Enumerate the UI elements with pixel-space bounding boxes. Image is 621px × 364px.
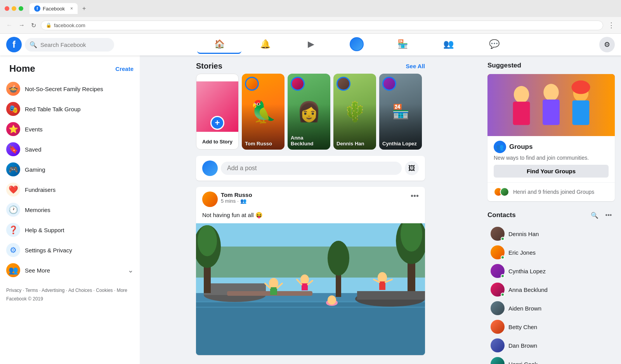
sidebar-item-redtable[interactable]: 🎭 Red Table Talk Group [3,99,137,119]
new-tab-button[interactable]: + [82,5,86,12]
online-indicator-anna [501,293,505,297]
post-dot: · [237,198,239,204]
contact-eric-jones[interactable]: Eric Jones [487,243,615,262]
post-author-name[interactable]: Tom Russo [221,191,408,198]
sidebar-item-recipes[interactable]: 🍲 Not-So-Secret Family Recipes [3,79,137,99]
story-card-tom[interactable]: 🦜 Tom Russo [242,74,284,150]
footer-link-cookies[interactable]: Cookies [96,288,113,293]
footer-link-advertising[interactable]: Advertising [42,288,64,293]
contact-avatar-eric [491,245,505,259]
add-photo-button[interactable]: 🖼 [405,161,419,175]
post-creation-box: 🖼 [196,156,425,181]
svg-point-41 [571,81,590,94]
sidebar-item-memories[interactable]: 🕐 Memories [3,200,137,220]
contacts-section: Contacts 🔍 ••• Dennis Han [487,209,615,364]
contact-cynthia-lopez[interactable]: Cynthia Lopez [487,262,615,280]
browser-chrome: f Facebook × + ← → ↻ 🔒 facebook.com ⋮ [0,0,621,34]
svg-point-37 [543,84,559,101]
sidebar-item-seemore[interactable]: 👥 See More ⌄ [3,260,137,280]
maximize-button[interactable] [19,6,23,11]
contact-name-dennis: Dennis Han [508,231,539,237]
nav-item-messenger[interactable]: 💬 [472,35,516,54]
settings-icon: ⚙ [6,243,20,257]
svg-rect-40 [572,100,590,125]
footer-link-adchoices[interactable]: Ad Choices [68,288,92,293]
refresh-button[interactable]: ↻ [29,20,38,31]
back-button[interactable]: ← [5,20,14,30]
svg-rect-24 [379,281,385,290]
minimize-button[interactable] [12,6,16,11]
nav-item-watch[interactable]: ▶ [289,35,333,54]
add-story-card[interactable]: + Add to Story [196,74,239,150]
nav-item-groups[interactable]: 👥 [426,35,470,54]
groups-card-description: New ways to find and join communities. [494,155,609,161]
events-icon: ⭐ [6,122,20,136]
stories-see-all-link[interactable]: See All [406,63,425,69]
story-card-dennis[interactable]: 🌵 Dennis Han [333,74,376,150]
settings-button[interactable]: ⚙ [599,37,615,52]
browser-menu-button[interactable]: ⋮ [606,19,616,31]
contact-anna-becklund[interactable]: Anna Becklund [487,280,615,299]
contacts-more-button[interactable]: ••• [602,209,615,221]
lock-icon: 🔒 [46,22,52,28]
sidebar-item-saved[interactable]: 🔖 Saved [3,139,137,159]
sidebar-item-help[interactable]: ❓ Help & Support [3,220,137,240]
story-card-cynthia[interactable]: 🏪 Cynthia Lopez [379,74,422,150]
contacts-title: Contacts [487,211,516,219]
contact-dan-brown[interactable]: Dan Brown [487,336,615,355]
sidebar-label-settings: Settings & Privacy [25,247,72,254]
svg-rect-36 [513,102,530,125]
sidebar-item-settings[interactable]: ⚙ Settings & Privacy [3,240,137,260]
contact-name-henri: Henri Cook [508,361,538,364]
contact-avatar-henri [491,357,505,364]
tab-close-icon[interactable]: × [70,6,73,11]
sidebar-label-redtable: Red Table Talk Group [25,106,81,112]
story-card-anna[interactable]: 👩 Anna Becklund [288,74,330,150]
sidebar-item-gaming[interactable]: 🎮 Gaming [3,159,137,179]
groups-card-title: Groups [509,143,533,151]
suggested-section: Suggested [487,62,615,201]
svg-point-10 [198,225,217,256]
post-input[interactable] [221,162,402,175]
contact-dennis-han[interactable]: Dennis Han [487,224,615,243]
footer-link-privacy[interactable]: Privacy [6,288,21,293]
close-button[interactable] [5,6,9,11]
post-header: Tom Russo 5 mins · 👥 ••• [196,187,425,212]
nav-item-notifications[interactable]: 🔔 [243,35,287,54]
sidebar-footer: Privacy · Terms · Advertising · Ad Choic… [3,280,137,309]
nav-item-profile[interactable] [335,35,379,54]
story-avatar-anna [291,77,305,91]
search-bar[interactable]: 🔍 [25,38,114,52]
url-bar[interactable]: 🔒 facebook.com [41,21,603,30]
main-feed: Stories See All + Add to Story [140,55,481,364]
forward-button[interactable]: → [17,20,26,30]
seemore-chevron-icon: ⌄ [128,266,134,274]
footer-link-terms[interactable]: Terms [25,288,38,293]
find-groups-button[interactable]: Find Your Groups [494,165,609,178]
contact-henri-cook[interactable]: Henri Cook [487,355,615,364]
sidebar-header: Home Create [3,59,137,79]
contacts-search-button[interactable]: 🔍 [588,209,601,221]
groups-image-svg [487,74,615,136]
svg-point-15 [269,278,278,289]
create-link[interactable]: Create [115,66,134,72]
saved-icon: 🔖 [6,142,20,156]
post-menu-button[interactable]: ••• [411,191,419,200]
groups-icon-wrap: 👥 Groups [494,141,609,153]
footer-more-link[interactable]: More [117,288,127,293]
svg-rect-14 [227,291,312,296]
sidebar-label-events: Events [25,126,43,133]
nav-item-home[interactable]: 🏠 [197,35,241,54]
story-avatar-cynthia [382,77,396,91]
search-input[interactable] [40,41,109,48]
stories-title: Stories [196,62,222,71]
sidebar-item-events[interactable]: ⭐ Events [3,119,137,139]
browser-tab[interactable]: f Facebook × [29,3,78,14]
contact-aiden-brown[interactable]: Aiden Brown [487,299,615,317]
profile-avatar [350,37,364,51]
facebook-logo[interactable]: f [6,37,22,52]
contact-betty-chen[interactable]: Betty Chen [487,317,615,336]
nav-item-marketplace[interactable]: 🏪 [380,35,425,54]
sidebar-item-fundraisers[interactable]: ❤️ Fundraisers [3,179,137,200]
tab-favicon: f [34,5,40,12]
